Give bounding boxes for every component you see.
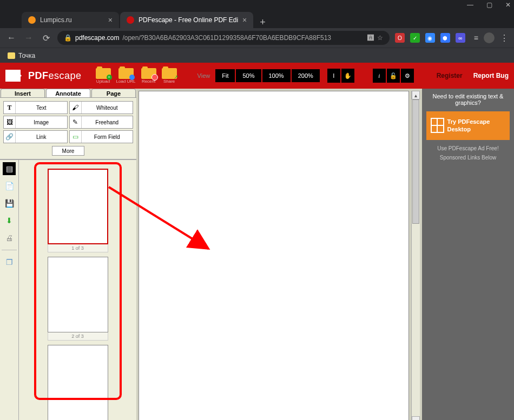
tool-tabs: Insert Annotate Page (0, 89, 136, 98)
window-titlebar: — ▢ ✕ (0, 0, 514, 10)
tools-panel: TText 🖌Whiteout 🖼Image ✎Freehand 🔗Link ▭… (0, 98, 136, 159)
settings-button[interactable]: ⚙ (401, 69, 414, 83)
window-minimize-button[interactable]: — (467, 1, 473, 9)
tab-page[interactable]: Page (91, 89, 136, 97)
app-header: PDFescape +Upload Load URL Recent ↗Share… (0, 63, 514, 89)
thumbnail-label: 2 of 3 (48, 332, 108, 341)
translate-icon[interactable]: 🅰 (367, 34, 374, 42)
page-render[interactable] (139, 91, 409, 420)
forward-button: → (23, 33, 35, 43)
browser-tab-active[interactable]: PDFescape - Free Online PDF Edi × (120, 12, 253, 28)
more-button[interactable]: More (52, 146, 84, 156)
thumbnail-label: 1 of 3 (48, 244, 108, 252)
browser-menu-button[interactable]: ⋮ (500, 33, 509, 43)
page-icon[interactable]: ▤ (3, 162, 16, 175)
pencil-icon: ✎ (70, 116, 82, 128)
cta-text: Try PDFescape Desktop (447, 118, 505, 134)
thumbnail-1[interactable]: 1 of 3 (48, 169, 108, 252)
tool-text[interactable]: TText (3, 101, 68, 114)
thumbnail-3[interactable] (48, 345, 108, 420)
window-close-button[interactable]: ✕ (505, 1, 511, 9)
url-input[interactable]: 🔒 pdfescape.com /open/?B30A6BA62903A3C06… (57, 31, 390, 45)
info-button[interactable]: i (373, 69, 386, 83)
extension-icon[interactable]: ∞ (456, 33, 465, 43)
lock-button[interactable]: 🔓 (387, 69, 400, 83)
back-button[interactable]: ← (5, 33, 17, 43)
tab-insert[interactable]: Insert (1, 89, 45, 97)
zoom-fit-button[interactable]: Fit (215, 69, 235, 82)
profile-avatar-icon[interactable] (484, 32, 495, 43)
thumbnail-2[interactable]: 2 of 3 (48, 257, 108, 341)
share-button[interactable]: ↗Share (162, 68, 177, 84)
report-bug-link[interactable]: Report Bug (473, 72, 509, 79)
recent-button[interactable]: Recent (141, 68, 156, 84)
logo-icon (5, 70, 21, 82)
tool-freehand[interactable]: ✎Freehand (69, 116, 134, 129)
thumbnails-panel: 1 of 3 2 of 3 (18, 160, 136, 420)
tool-whiteout[interactable]: 🖌Whiteout (69, 101, 134, 114)
tab-close-icon[interactable]: × (108, 16, 113, 24)
hand-tool-button[interactable]: ✋ (341, 69, 354, 83)
scroll-down-icon[interactable]: ▾ (412, 416, 420, 420)
text-cursor-button[interactable]: I (327, 69, 340, 83)
ad-footer-2: Sponsored Links Below (426, 155, 510, 161)
tool-formfield[interactable]: ▭Form Field (69, 130, 134, 143)
link-icon: 🔗 (4, 131, 16, 143)
ad-footer-1[interactable]: Use PDFescape Ad Free! (426, 145, 510, 151)
extension-icon[interactable]: ◉ (425, 33, 435, 43)
app-body: Insert Annotate Page TText 🖌Whiteout 🖼Im… (0, 89, 514, 420)
upload-button[interactable]: +Upload (96, 68, 111, 84)
new-tab-button[interactable]: + (254, 17, 271, 28)
print-icon[interactable]: 🖨 (3, 231, 16, 244)
download-icon[interactable]: ⬇ (3, 214, 16, 227)
tab-favicon-icon (28, 16, 36, 24)
form-icon: ▭ (70, 131, 82, 143)
extension-icon[interactable]: ⬢ (440, 33, 450, 43)
edit-icon[interactable]: 📄 (3, 179, 16, 192)
pdfescape-logo[interactable]: PDFescape (5, 70, 82, 82)
zoom-100-button[interactable]: 100% (262, 69, 291, 82)
browser-tab-inactive[interactable]: Lumpics.ru × (22, 12, 119, 28)
extension-icon[interactable]: ✓ (410, 33, 420, 43)
windows-icon (431, 118, 444, 133)
reading-list-icon[interactable]: ≡ (474, 34, 478, 42)
bookmark-star-icon[interactable]: ☆ (377, 34, 383, 42)
thumbnail-page (48, 345, 108, 420)
tool-link[interactable]: 🔗Link (3, 130, 68, 143)
register-link[interactable]: Register (437, 72, 463, 79)
image-icon: 🖼 (4, 116, 16, 128)
scroll-thumb[interactable] (412, 99, 419, 224)
desktop-cta[interactable]: Try PDFescape Desktop (426, 111, 510, 140)
zoom-200-button[interactable]: 200% (292, 69, 320, 82)
zoom-controls: View Fit 50% 100% 200% I ✋ i 🔓 ⚙ (193, 69, 414, 83)
scroll-up-icon[interactable]: ▴ (412, 91, 420, 99)
tab-title: PDFescape - Free Online PDF Edi (139, 16, 238, 24)
vertical-scrollbar[interactable]: ▴ ▾ (411, 91, 420, 420)
view-label: View (193, 69, 215, 82)
browser-tab-strip: Lumpics.ru × PDFescape - Free Online PDF… (0, 10, 514, 28)
lock-icon: 🔒 (64, 34, 72, 42)
zoom-50-button[interactable]: 50% (236, 69, 261, 82)
window-maximize-button[interactable]: ▢ (486, 1, 492, 9)
left-column: Insert Annotate Page TText 🖌Whiteout 🖼Im… (0, 89, 136, 420)
document-canvas: ▴ ▾ (136, 89, 422, 420)
bookmark-folder-icon (8, 52, 15, 59)
tab-close-icon[interactable]: × (242, 16, 247, 24)
load-url-button[interactable]: Load URL (116, 68, 136, 84)
bookmark-item[interactable]: Точка (18, 52, 35, 59)
url-path: /open/?B30A6BA62903A3C061D1299358A6F70BA… (122, 34, 331, 42)
reload-button[interactable]: ⟳ (40, 33, 52, 43)
extension-icon[interactable]: O (395, 33, 405, 43)
bookmarks-bar: Точка (0, 48, 514, 63)
whiteout-icon: 🖌 (70, 102, 82, 114)
tab-favicon-icon (127, 16, 134, 24)
save-icon[interactable]: 💾 (3, 197, 16, 210)
copy-icon[interactable]: ❐ (3, 256, 16, 269)
tool-image[interactable]: 🖼Image (3, 116, 68, 129)
tab-annotate[interactable]: Annotate (46, 89, 90, 97)
divider (2, 250, 16, 250)
ad-sidebar: Need to edit existing text & graphics? T… (422, 89, 514, 420)
address-bar: ← → ⟳ 🔒 pdfescape.com /open/?B30A6BA6290… (0, 28, 514, 48)
ad-heading: Need to edit existing text & graphics? (426, 93, 510, 106)
thumbnails-area: ▤ 📄 💾 ⬇ 🖨 ❐ 1 of 3 2 of 3 (0, 159, 136, 420)
